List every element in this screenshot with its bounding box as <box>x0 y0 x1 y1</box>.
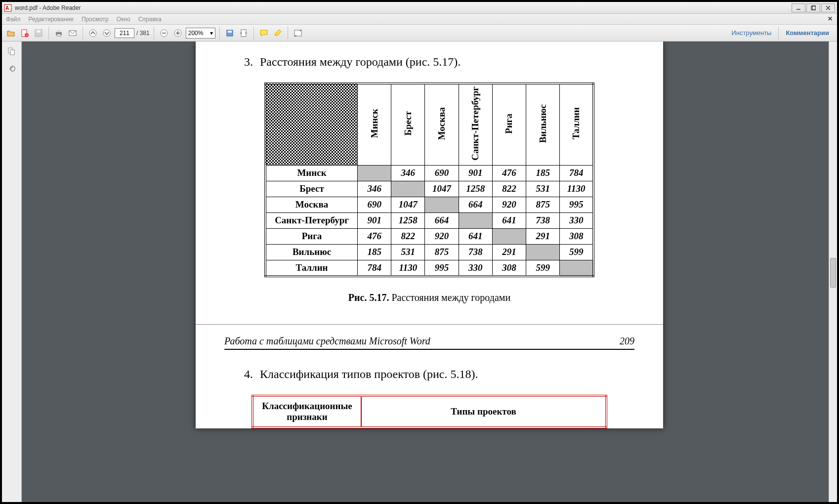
table-col-header: Таллин <box>560 84 593 165</box>
table-cell: 346 <box>391 165 425 181</box>
read-mode-icon[interactable] <box>292 27 304 39</box>
table-row-header: Минск <box>265 165 358 181</box>
open-file-icon[interactable] <box>5 27 17 39</box>
email-icon[interactable] <box>67 27 79 39</box>
svg-point-17 <box>103 30 110 37</box>
minimize-button[interactable] <box>792 3 805 12</box>
table-cell: 901 <box>358 212 391 228</box>
table-cell: 901 <box>459 165 492 181</box>
zoom-select[interactable]: 200% ▾ <box>186 28 215 39</box>
table-cell: 822 <box>492 181 526 197</box>
close-doc-icon[interactable]: ✕ <box>826 15 834 23</box>
table-cell: 308 <box>560 228 593 244</box>
table-row-header: Рига <box>265 228 358 244</box>
table-cell: 641 <box>492 212 526 228</box>
menubar: Файл Редактирование Просмотр Окно Справк… <box>2 14 837 25</box>
svg-text:+: + <box>26 33 28 38</box>
table-col-header: Вильнюс <box>526 84 560 165</box>
table-cell: 664 <box>425 212 459 228</box>
pdf-page: 3. Расстояния между городами (рис. 5.17)… <box>196 42 663 428</box>
page-number-input[interactable] <box>115 28 134 38</box>
fit-page-icon[interactable] <box>238 27 250 39</box>
table-cell: 330 <box>459 260 492 276</box>
close-button[interactable] <box>821 3 835 12</box>
scrollbar-thumb[interactable] <box>830 258 836 288</box>
maximize-button[interactable] <box>806 3 820 12</box>
table-cell <box>358 165 391 181</box>
document-viewer[interactable]: 3. Расстояния между городами (рис. 5.17)… <box>22 42 837 502</box>
table-col-header: Классификационные признаки <box>252 396 361 427</box>
table-cell <box>560 260 593 276</box>
menu-window[interactable]: Окно <box>117 16 130 23</box>
table-cell: 531 <box>526 181 560 197</box>
table-row: Москва6901047664920875995 <box>265 197 593 212</box>
table-cell: 1258 <box>391 212 425 228</box>
table-col-header: Москва <box>425 84 459 165</box>
table-corner-cell <box>265 84 358 165</box>
table-cell: 1258 <box>459 181 492 197</box>
create-pdf-icon[interactable]: + <box>19 27 31 39</box>
table-row-header: Санкт-Петербург <box>265 212 358 228</box>
toolbar: + / 381 200% ▾ Инструменты Комментарии <box>2 25 837 42</box>
thumbnails-panel-icon[interactable] <box>5 44 19 58</box>
table-row-header: Москва <box>265 197 358 212</box>
table-cell: 476 <box>358 228 391 244</box>
table-row: Санкт-Петербург9011258664641738330 <box>265 212 593 228</box>
table-cell: 291 <box>526 228 560 244</box>
table-cell <box>492 228 526 244</box>
table-cell: 784 <box>560 165 593 181</box>
table-cell: 1130 <box>560 181 593 197</box>
svg-rect-3 <box>811 6 815 10</box>
table-cell: 738 <box>459 244 492 260</box>
window-title: word.pdf - Adobe Reader <box>15 4 791 11</box>
svg-rect-24 <box>228 31 232 33</box>
app-icon: A <box>4 4 12 12</box>
table-cell <box>391 181 425 197</box>
table-cell <box>459 212 492 228</box>
table-row: Рига476822920641291308 <box>265 228 593 244</box>
highlight-icon[interactable] <box>272 27 284 39</box>
svg-point-16 <box>89 30 96 37</box>
table-cell: 476 <box>492 165 526 181</box>
table-cell: 920 <box>492 197 526 212</box>
comment-icon[interactable] <box>258 27 270 39</box>
table-cell: 920 <box>425 228 459 244</box>
attachments-panel-icon[interactable] <box>5 62 19 76</box>
save-copy-icon[interactable] <box>224 27 236 39</box>
table-row: Брест346104712588225311130 <box>265 181 593 197</box>
page-up-icon[interactable] <box>87 27 99 39</box>
page-down-icon[interactable] <box>101 27 113 39</box>
table-cell: 308 <box>492 260 526 276</box>
save-icon[interactable] <box>33 27 44 39</box>
titlebar: A word.pdf - Adobe Reader <box>2 2 837 14</box>
table-cell: 1047 <box>391 197 425 212</box>
menu-view[interactable]: Просмотр <box>82 16 109 23</box>
svg-text:A: A <box>5 5 9 11</box>
table-cell: 690 <box>358 197 391 212</box>
table-cell: 346 <box>358 181 391 197</box>
table-col-header: Типы проектов <box>361 396 606 427</box>
zoom-out-icon[interactable] <box>158 27 170 39</box>
table-cell: 738 <box>526 212 560 228</box>
vertical-scrollbar[interactable] <box>829 42 837 502</box>
svg-rect-14 <box>57 34 61 36</box>
zoom-in-icon[interactable] <box>172 27 184 39</box>
table-row: Таллин7841130995330308599 <box>265 260 593 276</box>
page-break <box>196 324 663 325</box>
menu-file[interactable]: Файл <box>6 16 21 23</box>
table-row: Минск346690901476185784 <box>265 165 593 181</box>
menu-help[interactable]: Справка <box>138 16 162 23</box>
table-cell: 784 <box>358 260 391 276</box>
tools-panel-link[interactable]: Инструменты <box>726 29 776 37</box>
table-cell: 599 <box>526 260 560 276</box>
table-cell: 599 <box>560 244 593 260</box>
list-item-4: 4. Классификация типов проектов (рис. 5.… <box>244 368 634 381</box>
table-cell: 185 <box>526 165 560 181</box>
table-cell: 1130 <box>391 260 425 276</box>
table-cell: 664 <box>459 197 492 212</box>
print-icon[interactable] <box>53 27 65 39</box>
comments-panel-link[interactable]: Комментарии <box>781 29 834 37</box>
menu-edit[interactable]: Редактирование <box>29 16 74 23</box>
table-col-header: Брест <box>391 84 425 165</box>
svg-rect-13 <box>57 30 61 32</box>
